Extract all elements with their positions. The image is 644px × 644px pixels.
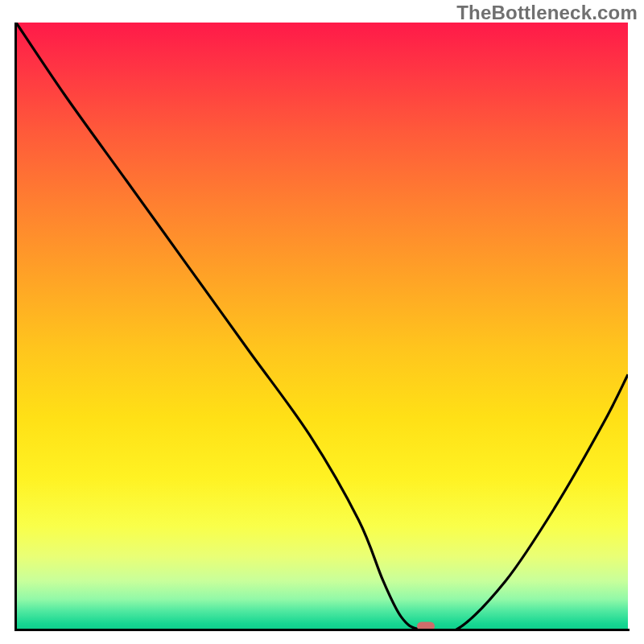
bottleneck-curve (16, 23, 628, 630)
chart-frame: TheBottleneck.com (0, 0, 644, 644)
curve-path (16, 23, 628, 630)
y-axis-line (14, 23, 17, 631)
x-axis-line (14, 629, 630, 631)
watermark-text: TheBottleneck.com (456, 2, 638, 24)
plot-area (16, 23, 628, 630)
